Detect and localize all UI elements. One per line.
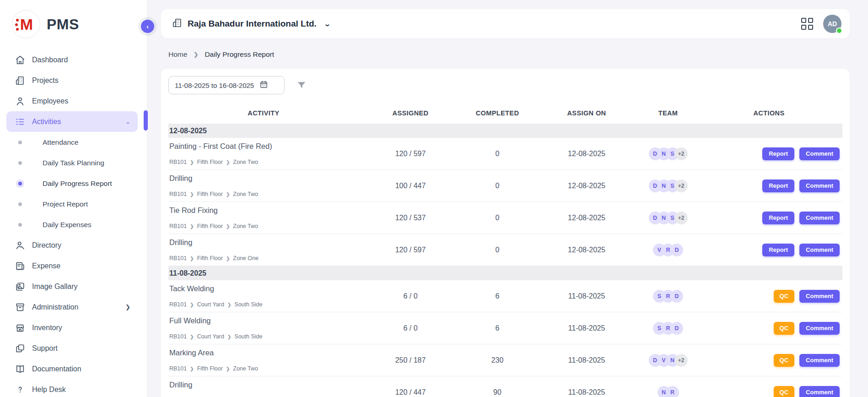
comment-button[interactable]: Comment <box>799 147 840 160</box>
activity-title: Tie Rod Fixing <box>169 206 356 215</box>
sidebar-item-label: Directory <box>32 241 61 250</box>
qc-button[interactable]: QC <box>774 322 795 335</box>
location-segment: Fifth Floor <box>197 365 223 372</box>
sidebar: M PMS DashboardProjectsEmployeesActiviti… <box>0 0 147 397</box>
report-button[interactable]: Report <box>762 244 794 256</box>
comment-button[interactable]: Comment <box>799 212 840 224</box>
sidebar-item-documentation[interactable]: Documentation <box>6 359 138 379</box>
sidebar-item-label: Documentation <box>32 365 81 373</box>
sidebar-subitem-daily-task-planning[interactable]: Daily Task Planning <box>0 152 147 173</box>
assigned-value: 120 / 597 <box>359 150 462 158</box>
sidebar-item-label: Expense <box>32 262 60 270</box>
bullet-dot-icon <box>18 161 22 165</box>
qc-button[interactable]: QC <box>774 290 795 303</box>
activity-title: Drilling <box>169 238 356 247</box>
sidebar-item-support[interactable]: Support <box>6 338 138 359</box>
chevron-down-icon: ⌄ <box>324 21 331 27</box>
logo-mark-icon: M <box>12 10 40 38</box>
qc-button[interactable]: QC <box>774 386 795 397</box>
sidebar-item-label: Dashboard <box>32 56 68 64</box>
location-segment: South Side <box>234 333 262 340</box>
sidebar-item-activities[interactable]: Activities⌄ <box>6 111 138 132</box>
comment-button[interactable]: Comment <box>799 290 840 303</box>
table-row: DrillingRB101❯Fifth Floor❯Zone One120 / … <box>168 234 842 266</box>
bullet-dot-icon <box>18 202 22 206</box>
sidebar-subitem-daily-expenses[interactable]: Daily Expenses <box>0 214 147 235</box>
sidebar-item-label: Support <box>32 344 58 353</box>
office-building-icon <box>172 18 182 30</box>
sidebar-item-label: Activities <box>32 118 61 126</box>
breadcrumb: Home ❯ Daily Progress Report <box>168 50 274 59</box>
sidebar-item-dashboard[interactable]: Dashboard <box>6 49 138 70</box>
assign-on-date: 12-08-2025 <box>533 246 641 254</box>
team-avatars: SRD <box>641 322 695 335</box>
table-row: Tack WeldingRB101❯Court Yard❯South Side6… <box>168 280 842 312</box>
sidebar-item-expense[interactable]: Expense <box>6 256 138 276</box>
assigned-value: 6 / 0 <box>359 292 462 300</box>
actions-cell: ReportComment <box>695 212 842 224</box>
comment-button[interactable]: Comment <box>799 244 840 256</box>
company-selector[interactable]: Raja Bahadur International Ltd. ⌄ <box>172 18 330 30</box>
completed-value: 6 <box>462 324 533 332</box>
actions-cell: ReportComment <box>695 244 842 256</box>
building-icon <box>15 76 25 86</box>
table-row: DrillingRB101❯Fifth Floor❯Zone Two100 / … <box>168 170 842 202</box>
sidebar-item-projects[interactable]: Projects <box>6 70 138 91</box>
sidebar-collapse-button[interactable]: ‹ <box>141 20 154 33</box>
actions-cell: ReportComment <box>695 147 842 160</box>
activity-cell: Marking AreaRB101❯Fifth Floor❯Zone Two <box>168 344 359 376</box>
actions-cell: QCComment <box>695 386 842 397</box>
sidebar-item-label: Image Gallary <box>32 283 78 291</box>
assigned-value: 250 / 187 <box>359 356 462 364</box>
team-overflow-badge[interactable]: +2 <box>675 179 688 192</box>
breadcrumb-home[interactable]: Home <box>168 50 187 59</box>
sidebar-subitem-daily-progress-report[interactable]: Daily Progress Report <box>0 173 147 194</box>
sidebar-item-label: Administration <box>32 303 78 311</box>
comment-button[interactable]: Comment <box>799 322 840 335</box>
assign-on-date: 12-08-2025 <box>533 150 641 158</box>
apps-grid-icon[interactable] <box>801 18 813 30</box>
comment-button[interactable]: Comment <box>799 179 840 192</box>
sidebar-item-administration[interactable]: Administration❯ <box>6 297 138 317</box>
report-button[interactable]: Report <box>762 212 794 224</box>
report-button[interactable]: Report <box>762 179 794 192</box>
team-avatars: NR <box>641 386 695 397</box>
table-row: Painting - First Coat (Fire Red)RB101❯Fi… <box>168 138 842 170</box>
chevron-right-icon: ❯ <box>227 302 231 307</box>
layers-icon <box>15 343 25 353</box>
sidebar-item-help-desk[interactable]: Help Desk <box>6 379 138 397</box>
comment-button[interactable]: Comment <box>799 354 840 367</box>
location-segment: Zone Two <box>233 223 258 229</box>
sidebar-subitem-attendance[interactable]: Attendance <box>0 132 147 152</box>
sidebar-item-image-gallary[interactable]: Image Gallary <box>6 276 138 297</box>
archive-icon <box>15 302 25 312</box>
sidebar-subitem-label: Attendance <box>43 138 78 147</box>
sidebar-item-label: Help Desk <box>32 386 66 394</box>
date-range-value: 11-08-2025 to 16-08-2025 <box>175 82 254 89</box>
sidebar-item-directory[interactable]: Directory <box>6 235 138 256</box>
qc-button[interactable]: QC <box>774 354 795 367</box>
activity-location: RB101❯Court Yard❯South Side <box>169 301 356 308</box>
chevron-right-icon: ❯ <box>227 334 231 339</box>
column-header-assigned: Assigned <box>359 109 462 117</box>
activity-title: Tack Welding <box>169 284 356 293</box>
sidebar-subitem-label: Daily Task Planning <box>43 159 104 167</box>
filter-icon[interactable] <box>297 80 307 90</box>
sidebar-item-employees[interactable]: Employees <box>6 91 138 111</box>
team-overflow-badge[interactable]: +2 <box>675 212 688 224</box>
assigned-value: 100 / 447 <box>359 182 462 190</box>
team-overflow-badge[interactable]: +2 <box>675 147 688 160</box>
team-avatars: DNS+2 <box>641 212 695 224</box>
user-avatar[interactable]: AD <box>823 15 841 33</box>
date-range-input[interactable]: 11-08-2025 to 16-08-2025 <box>168 76 285 94</box>
sidebar-subitem-label: Daily Expenses <box>43 221 92 229</box>
company-name: Raja Bahadur International Ltd. <box>188 19 317 29</box>
sidebar-subitem-project-report[interactable]: Project Report <box>0 194 147 214</box>
team-avatar: D <box>670 290 683 303</box>
completed-value: 0 <box>462 214 533 222</box>
comment-button[interactable]: Comment <box>799 386 840 397</box>
activity-location: RB101❯Court Yard❯South Side <box>169 333 356 340</box>
team-overflow-badge[interactable]: +2 <box>675 354 688 367</box>
report-button[interactable]: Report <box>762 147 794 160</box>
sidebar-item-inventory[interactable]: Inventory <box>6 317 138 338</box>
